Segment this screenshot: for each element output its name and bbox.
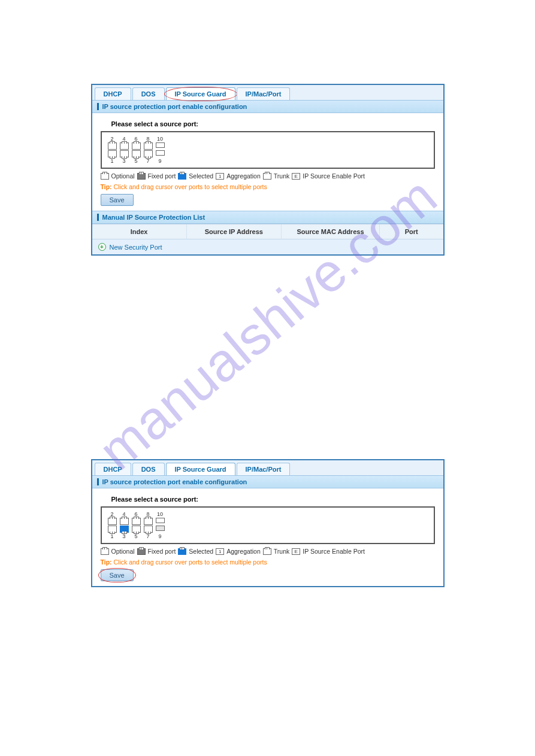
port-4[interactable] xyxy=(120,142,129,150)
port-2-b[interactable] xyxy=(108,518,117,525)
port-grid-2: 2 4 6 8 10 1 3 xyxy=(101,506,435,544)
select-source-port-label: Please select a source port: xyxy=(111,120,435,127)
port-4-b[interactable] xyxy=(120,518,129,525)
legend-selected-icon xyxy=(178,173,186,180)
legend-enable-label-2: IP Source Enable Port xyxy=(303,548,365,555)
select-source-port-label-2: Please select a source port: xyxy=(111,496,435,503)
tip-text: Click and drag cursor over ports to sele… xyxy=(113,183,267,190)
port-row-top xyxy=(108,142,428,150)
tab-dhcp[interactable]: DHCP xyxy=(95,87,131,100)
port-7-b[interactable] xyxy=(144,526,153,533)
port-5-b[interactable] xyxy=(132,526,141,533)
tip-line-2: Tip: Click and drag cursor over ports to… xyxy=(101,558,435,566)
port-legend-2: Optional Fixed port Selected 1 Aggregati… xyxy=(101,548,435,555)
port-1[interactable] xyxy=(108,150,117,157)
tab-dhcp-2[interactable]: DHCP xyxy=(95,463,131,475)
port-labels-bottom-2: 1 3 5 7 9 xyxy=(108,533,428,539)
legend-selected-label: Selected xyxy=(189,172,213,180)
ip-source-guard-panel-2: DHCP DOS IP Source Guard IP/Mac/Port IP … xyxy=(91,459,445,587)
new-security-port-link[interactable]: + New Security Port xyxy=(92,239,443,254)
port-1-b[interactable] xyxy=(108,526,117,533)
legend-fixed-label: Fixed port xyxy=(148,172,176,180)
legend-trunk-label: Trunk xyxy=(274,172,289,180)
legend-fixed-icon-2 xyxy=(137,548,146,555)
port-5[interactable] xyxy=(132,150,141,157)
ip-source-guard-panel-1: DHCP DOS IP Source Guard IP/Mac/Port IP … xyxy=(91,84,445,256)
legend-optional-label-2: Optional xyxy=(111,548,135,555)
tab-bar-2: DHCP DOS IP Source Guard IP/Mac/Port xyxy=(92,460,443,475)
legend-fixed-label-2: Fixed port xyxy=(148,548,176,555)
port-row-bottom-2 xyxy=(108,526,428,533)
tab-ip-source-guard[interactable]: IP Source Guard xyxy=(166,87,235,100)
port-6-b[interactable] xyxy=(132,518,141,525)
legend-aggregation-icon: 1 xyxy=(216,173,224,180)
tab-ip-source-guard-2[interactable]: IP Source Guard xyxy=(166,463,235,475)
port-legend: Optional Fixed port Selected 1 Aggregati… xyxy=(101,172,435,180)
tab-bar: DHCP DOS IP Source Guard IP/Mac/Port xyxy=(92,85,443,100)
tip-line: Tip: Click and drag cursor over ports to… xyxy=(101,183,435,190)
port-row-bottom xyxy=(108,150,428,157)
legend-selected-icon-2 xyxy=(178,548,186,555)
save-button[interactable]: Save xyxy=(101,194,134,206)
port-labels-top: 2 4 6 8 10 xyxy=(108,136,428,142)
legend-optional-label: Optional xyxy=(111,172,135,180)
section-header-port-enable-2: IP source protection port enable configu… xyxy=(92,475,443,488)
tip-text-2: Click and drag cursor over ports to sele… xyxy=(113,558,267,566)
manual-list-header-text: Manual IP Source Protection List xyxy=(102,214,205,221)
th-index: Index xyxy=(92,224,187,239)
new-security-port-label: New Security Port xyxy=(110,244,162,251)
legend-trunk-label-2: Trunk xyxy=(274,548,289,555)
section-header-text-2: IP source protection port enable configu… xyxy=(102,478,247,485)
manual-list-header: Manual IP Source Protection List xyxy=(92,211,443,224)
plus-icon: + xyxy=(98,243,106,251)
th-ip: Source IP Address xyxy=(187,224,282,239)
tab-dos[interactable]: DOS xyxy=(132,87,165,100)
port-9[interactable] xyxy=(156,150,165,156)
legend-aggregation-label-2: Aggregation xyxy=(226,548,261,555)
table-header-row: Index Source IP Address Source MAC Addre… xyxy=(92,224,443,239)
legend-aggregation-icon-2: 1 xyxy=(216,548,224,555)
port-7[interactable] xyxy=(144,150,153,157)
port-10[interactable] xyxy=(156,142,165,148)
legend-enable-icon: E xyxy=(292,173,300,180)
tab-ip-mac-port[interactable]: IP/Mac/Port xyxy=(237,87,291,100)
port-row-top-2 xyxy=(108,518,428,525)
legend-selected-label-2: Selected xyxy=(189,548,213,555)
legend-optional-icon xyxy=(101,173,109,180)
save-button-2[interactable]: Save xyxy=(101,569,134,581)
port-select-area-2: Please select a source port: 2 4 6 8 10 xyxy=(92,488,443,586)
port-8[interactable] xyxy=(144,142,153,150)
port-10-b[interactable] xyxy=(156,518,165,523)
th-port: Port xyxy=(380,224,443,239)
port-2[interactable] xyxy=(108,142,117,150)
port-3-b[interactable] xyxy=(120,526,129,533)
legend-enable-icon-2: E xyxy=(292,548,300,555)
th-mac: Source MAC Address xyxy=(282,224,380,239)
tab-dos-2[interactable]: DOS xyxy=(132,463,165,475)
port-grid: 2 4 6 8 10 1 3 xyxy=(101,131,435,169)
port-labels-bottom: 1 3 5 7 9 xyxy=(108,158,428,164)
section-header-text: IP source protection port enable configu… xyxy=(102,103,247,110)
legend-optional-icon-2 xyxy=(101,548,109,555)
legend-enable-label: IP Source Enable Port xyxy=(303,172,365,180)
port-labels-top-2: 2 4 6 8 10 xyxy=(108,511,428,517)
legend-trunk-icon xyxy=(263,173,271,180)
tip-label: Tip: xyxy=(101,183,112,190)
port-8-b[interactable] xyxy=(144,518,153,525)
tip-label-2: Tip: xyxy=(101,558,112,566)
legend-trunk-icon-2 xyxy=(263,548,271,555)
legend-aggregation-label: Aggregation xyxy=(226,172,261,180)
section-header-port-enable: IP source protection port enable configu… xyxy=(92,100,443,113)
port-3[interactable] xyxy=(120,150,129,157)
port-6[interactable] xyxy=(132,142,141,150)
port-9-b[interactable] xyxy=(156,526,165,531)
tab-ip-mac-port-2[interactable]: IP/Mac/Port xyxy=(237,463,291,475)
port-select-area: Please select a source port: 2 4 6 8 10 xyxy=(92,113,443,211)
legend-fixed-icon xyxy=(137,173,146,180)
